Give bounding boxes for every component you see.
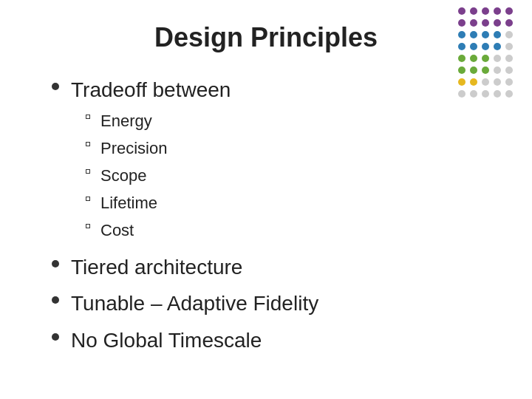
- dot-cell: [505, 31, 513, 38]
- sub-list-1: EnergyPrecisionScopeLifetimeCost: [86, 109, 231, 242]
- dot-cell: [458, 19, 466, 27]
- dot-cell: [482, 31, 489, 38]
- dot-cell: [470, 90, 477, 98]
- bullet-dot-1: [52, 83, 59, 90]
- dot-cell: [482, 55, 489, 62]
- bullet-item-1: Tradeoff between EnergyPrecisionScopeLif…: [52, 75, 495, 245]
- sub-list-item: Scope: [86, 163, 231, 188]
- dot-cell: [482, 7, 489, 15]
- sub-bullet: [86, 169, 90, 174]
- bullet-dot-3: [52, 296, 59, 304]
- dot-cell: [470, 55, 477, 62]
- dot-cell: [482, 19, 489, 27]
- sub-item-text: Lifetime: [100, 191, 157, 215]
- dot-cell: [505, 78, 513, 86]
- bullet-text-3: Tunable – Adaptive Fidelity: [71, 289, 318, 318]
- sub-bullet: [86, 197, 90, 201]
- sub-bullet: [86, 142, 90, 146]
- bullet-item-3: Tunable – Adaptive Fidelity: [52, 289, 495, 318]
- dot-cell: [470, 43, 477, 50]
- dot-cell: [494, 19, 501, 27]
- slide: Design Principles Tradeoff between Energ…: [0, 0, 532, 399]
- dot-cell: [494, 43, 501, 50]
- dot-cell: [470, 31, 477, 38]
- sub-bullet: [86, 115, 90, 119]
- dot-cell: [505, 43, 513, 50]
- bullet-text-2: Tiered architecture: [71, 253, 242, 282]
- slide-title: Design Principles: [37, 22, 495, 53]
- bullet-text-1: Tradeoff between: [71, 75, 231, 104]
- dot-cell: [494, 55, 501, 62]
- dot-grid-decoration: [458, 7, 525, 96]
- dot-cell: [482, 66, 489, 74]
- dot-cell: [458, 7, 466, 15]
- dot-cell: [505, 19, 513, 27]
- dot-cell: [470, 19, 477, 27]
- dot-cell: [505, 7, 513, 15]
- slide-content: Tradeoff between EnergyPrecisionScopeLif…: [37, 75, 495, 355]
- dot-cell: [505, 66, 513, 74]
- bullet-item-2: Tiered architecture: [52, 253, 495, 282]
- bullet-text-4: No Global Timescale: [71, 326, 262, 355]
- dot-cell: [458, 55, 466, 62]
- bullet-item-4: No Global Timescale: [52, 326, 495, 355]
- sub-list-item: Cost: [86, 218, 231, 242]
- dot-cell: [470, 7, 477, 15]
- dot-cell: [482, 43, 489, 50]
- sub-list-item: Energy: [86, 109, 231, 133]
- dot-cell: [458, 78, 466, 86]
- dot-cell: [494, 78, 501, 86]
- bullet-dot-4: [52, 333, 59, 341]
- dot-cell: [505, 90, 513, 98]
- dot-cell: [458, 66, 466, 74]
- dot-cell: [505, 55, 513, 62]
- bullet-dot-2: [52, 260, 59, 267]
- dot-cell: [494, 7, 501, 15]
- sub-list-item: Precision: [86, 136, 231, 160]
- dot-cell: [458, 90, 466, 98]
- dot-cell: [494, 90, 501, 98]
- dot-cell: [458, 31, 466, 38]
- sub-bullet: [86, 224, 90, 228]
- sub-item-text: Precision: [100, 136, 167, 160]
- dot-cell: [458, 43, 466, 50]
- dot-cell: [470, 66, 477, 74]
- dot-cell: [470, 78, 477, 86]
- dot-cell: [482, 90, 489, 98]
- dot-cell: [494, 31, 501, 38]
- sub-list-item: Lifetime: [86, 191, 231, 215]
- dot-cell: [482, 78, 489, 86]
- sub-item-text: Energy: [100, 109, 152, 133]
- sub-item-text: Cost: [100, 218, 134, 242]
- sub-item-text: Scope: [100, 163, 146, 188]
- dot-cell: [494, 66, 501, 74]
